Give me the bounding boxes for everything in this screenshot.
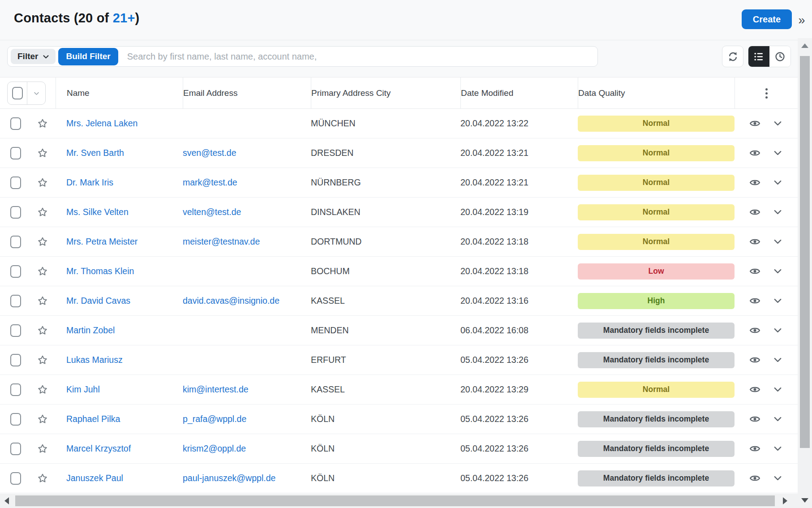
double-chevron-right-icon[interactable]: » (794, 12, 809, 28)
row-checkbox[interactable] (10, 413, 21, 426)
contact-name-link[interactable]: Lukas Mariusz (66, 355, 123, 365)
contact-name-link[interactable]: Januszek Paul (66, 473, 123, 483)
expand-row-button[interactable] (773, 384, 783, 395)
contact-email-link[interactable]: velten@test.de (183, 207, 241, 217)
refresh-button[interactable] (722, 46, 743, 67)
row-star-cell[interactable] (30, 266, 56, 277)
column-header-name[interactable]: Name (56, 77, 183, 109)
view-record-button[interactable] (749, 236, 761, 248)
list-view-button[interactable] (748, 46, 769, 67)
contact-email-link[interactable]: krism2@oppl.de (183, 443, 246, 453)
expand-row-button[interactable] (773, 207, 783, 217)
expand-row-button[interactable] (773, 443, 783, 454)
contact-name-link[interactable]: Mr. Sven Barth (66, 148, 124, 158)
row-checkbox[interactable] (10, 236, 21, 248)
contact-name-link[interactable]: Marcel Krzysztof (66, 443, 131, 453)
row-star-cell[interactable] (30, 325, 56, 336)
contact-name-link[interactable]: Kim Juhl (66, 384, 100, 394)
create-button[interactable]: Create (742, 9, 792, 29)
row-checkbox[interactable] (10, 295, 21, 307)
eye-icon (749, 383, 761, 396)
history-view-button[interactable] (769, 46, 791, 67)
row-checkbox[interactable] (10, 472, 21, 485)
row-star-cell[interactable] (30, 354, 56, 366)
row-checkbox[interactable] (10, 265, 21, 278)
expand-row-button[interactable] (773, 355, 783, 365)
expand-row-button[interactable] (773, 177, 783, 188)
vertical-scrollbar[interactable] (798, 38, 812, 508)
scroll-right-arrow-icon[interactable] (783, 497, 787, 504)
view-record-button[interactable] (749, 443, 761, 455)
row-checkbox[interactable] (10, 147, 21, 159)
contact-name-link[interactable]: Raphael Pilka (66, 414, 120, 424)
row-star-cell[interactable] (30, 443, 56, 455)
contact-email-link[interactable]: p_rafa@wppl.de (183, 414, 246, 424)
contact-email-link[interactable]: sven@test.de (183, 148, 236, 158)
contact-email-link[interactable]: david.cavas@insignio.de (183, 296, 279, 306)
scroll-down-arrow-icon[interactable] (801, 498, 808, 503)
row-star-cell[interactable] (30, 207, 56, 218)
row-checkbox[interactable] (10, 354, 21, 366)
expand-row-button[interactable] (773, 148, 783, 158)
contact-email-link[interactable]: paul-januszek@wppl.de (183, 473, 275, 483)
contact-name-link[interactable]: Mr. Thomas Klein (66, 266, 134, 276)
row-star-cell[interactable] (30, 118, 56, 129)
view-record-button[interactable] (749, 265, 761, 277)
view-record-button[interactable] (749, 324, 761, 336)
scroll-up-arrow-icon[interactable] (801, 43, 808, 48)
kebab-menu-icon[interactable] (761, 86, 772, 101)
contact-name-link[interactable]: Dr. Mark Iris (66, 177, 113, 187)
contact-name-link[interactable]: Mrs. Petra Meister (66, 237, 137, 246)
horizontal-scrollbar[interactable] (0, 494, 798, 508)
vertical-scrollbar-thumb[interactable] (800, 56, 810, 448)
contact-email-link[interactable]: meister@testnav.de (183, 237, 260, 246)
expand-row-button[interactable] (773, 237, 783, 247)
view-record-button[interactable] (749, 147, 761, 159)
expand-row-button[interactable] (773, 325, 783, 336)
view-record-button[interactable] (749, 177, 761, 189)
column-header-city[interactable]: Primary Address City (311, 77, 460, 109)
row-star-cell[interactable] (30, 295, 56, 307)
horizontal-scrollbar-thumb[interactable] (15, 495, 775, 506)
contact-name-link[interactable]: Mrs. Jelena Laken (66, 118, 137, 128)
search-input[interactable] (118, 47, 595, 65)
expand-row-button[interactable] (773, 296, 783, 306)
view-record-button[interactable] (749, 383, 761, 396)
row-star-cell[interactable] (30, 147, 56, 159)
view-record-button[interactable] (749, 117, 761, 129)
view-record-button[interactable] (749, 206, 761, 218)
view-record-button[interactable] (749, 354, 761, 366)
filter-dropdown[interactable]: Filter (11, 49, 56, 64)
contact-name-link[interactable]: Martin Zobel (66, 325, 115, 335)
total-count-link[interactable]: 21+ (113, 11, 135, 25)
contact-name-link[interactable]: Ms. Silke Velten (66, 207, 129, 217)
row-checkbox[interactable] (10, 324, 21, 337)
view-record-button[interactable] (749, 295, 761, 307)
build-filter-button[interactable]: Build Filter (58, 48, 118, 65)
row-star-cell[interactable] (30, 413, 56, 425)
select-all-checkbox[interactable] (8, 82, 27, 104)
expand-row-button[interactable] (773, 473, 783, 483)
row-checkbox[interactable] (10, 206, 21, 219)
row-star-cell[interactable] (30, 177, 56, 189)
row-checkbox[interactable] (10, 443, 21, 455)
contact-email-link[interactable]: mark@test.de (183, 177, 237, 187)
row-star-cell[interactable] (30, 384, 56, 396)
scroll-left-arrow-icon[interactable] (4, 497, 9, 504)
view-record-button[interactable] (749, 472, 761, 484)
select-menu-dropdown[interactable] (27, 82, 45, 104)
expand-row-button[interactable] (773, 414, 783, 424)
column-header-data-quality[interactable]: Data Quality (578, 77, 735, 109)
row-checkbox[interactable] (10, 383, 21, 396)
row-checkbox[interactable] (10, 177, 21, 189)
expand-row-button[interactable] (773, 266, 783, 276)
expand-row-button[interactable] (773, 118, 783, 129)
contact-email-link[interactable]: kim@intertest.de (183, 384, 249, 394)
contact-name-link[interactable]: Mr. David Cavas (66, 296, 130, 306)
column-header-email[interactable]: Email Address (183, 77, 311, 109)
view-record-button[interactable] (749, 413, 761, 425)
row-star-cell[interactable] (30, 236, 56, 248)
column-header-date-modified[interactable]: Date Modified (460, 77, 578, 109)
row-star-cell[interactable] (30, 473, 56, 484)
row-checkbox[interactable] (10, 117, 21, 130)
